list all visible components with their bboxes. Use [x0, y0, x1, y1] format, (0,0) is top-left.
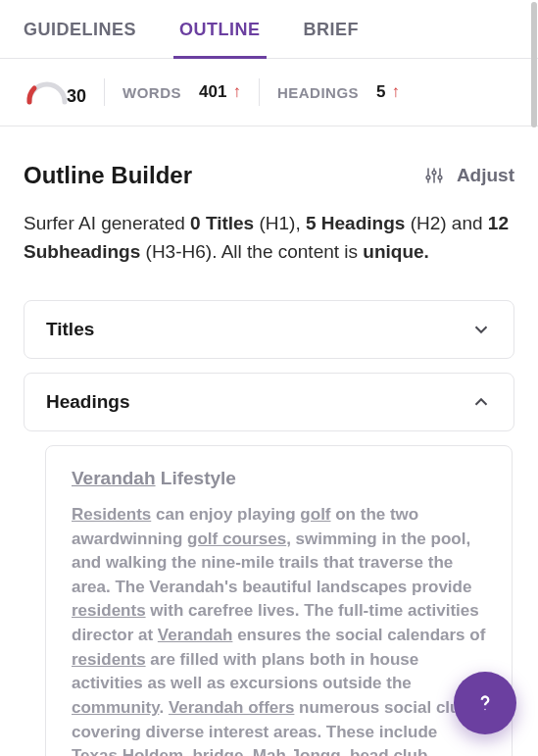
tab-brief[interactable]: BRIEF — [304, 10, 360, 58]
accordion-headings-header[interactable]: Headings — [24, 374, 514, 430]
header-row: Outline Builder Adjust — [24, 162, 514, 189]
summary-pre: Surfer AI generated — [24, 213, 190, 233]
card-title: Verandah Lifestyle — [72, 468, 486, 489]
adjust-button[interactable]: Adjust — [425, 165, 514, 186]
chevron-down-icon — [470, 319, 492, 340]
kw: golf — [300, 505, 330, 524]
accordion-headings-label: Headings — [46, 391, 130, 413]
svg-point-3 — [426, 176, 430, 179]
words-value: 401 ↑ — [199, 82, 241, 102]
question-icon — [472, 690, 498, 716]
tab-guidelines[interactable]: GUIDELINES — [24, 10, 136, 58]
svg-point-4 — [432, 171, 436, 175]
accordion-titles-header[interactable]: Titles — [24, 301, 514, 358]
divider — [259, 78, 260, 106]
summary-t3: (H3-H6). All the content is — [140, 241, 363, 262]
main-content: Outline Builder Adjust Surfer AI generat… — [0, 126, 538, 756]
tabs-bar: GUIDELINES OUTLINE BRIEF — [0, 0, 538, 59]
card-body: Residents can enjoy playing golf on the … — [72, 503, 486, 756]
svg-point-5 — [438, 176, 442, 179]
words-label: WORDS — [122, 84, 181, 101]
kw: residents — [72, 601, 146, 620]
divider — [104, 78, 105, 106]
headings-number: 5 — [376, 82, 385, 102]
svg-point-6 — [484, 709, 485, 710]
card-title-rest: Lifestyle — [156, 468, 236, 488]
heading-card[interactable]: Verandah Lifestyle Residents can enjoy p… — [45, 445, 513, 756]
card-title-link: Verandah — [72, 468, 156, 488]
kw: Residents — [72, 505, 151, 524]
kw: Verandah offers — [169, 698, 295, 717]
summary-headings-count: 5 Headings — [306, 213, 405, 233]
kw: Verandah — [158, 626, 233, 644]
score-value: 30 — [67, 86, 86, 107]
accordion-titles-label: Titles — [46, 319, 94, 340]
summary-t1: (H1), — [254, 213, 306, 233]
headings-value: 5 ↑ — [376, 82, 400, 102]
summary-unique: unique. — [363, 241, 429, 262]
kw: community — [72, 698, 159, 717]
words-number: 401 — [199, 82, 226, 102]
summary-text: Surfer AI generated 0 Titles (H1), 5 Hea… — [24, 209, 514, 267]
arrow-up-icon: ↑ — [232, 82, 241, 102]
txt: can enjoy playing — [151, 505, 300, 524]
page-title: Outline Builder — [24, 162, 192, 189]
kw: residents — [72, 650, 146, 669]
headings-label: HEADINGS — [277, 84, 359, 101]
scrollbar[interactable] — [530, 0, 538, 756]
gauge-icon — [24, 76, 71, 108]
help-button[interactable] — [454, 672, 516, 734]
txt: ensures the social calendars of — [232, 626, 485, 644]
summary-titles-count: 0 Titles — [190, 213, 254, 233]
kw: golf courses — [187, 529, 286, 548]
tab-outline[interactable]: OUTLINE — [179, 10, 261, 58]
stats-bar: 30 WORDS 401 ↑ HEADINGS 5 ↑ — [0, 59, 538, 126]
accordion-headings: Headings — [24, 373, 514, 431]
scrollbar-thumb[interactable] — [531, 2, 537, 127]
adjust-label: Adjust — [457, 165, 514, 186]
sliders-icon — [425, 167, 443, 184]
summary-t2: (H2) and — [405, 213, 487, 233]
arrow-up-icon: ↑ — [392, 82, 401, 102]
score-gauge: 30 — [24, 76, 86, 108]
accordion-titles: Titles — [24, 300, 514, 359]
txt: . — [159, 698, 168, 717]
chevron-up-icon — [470, 391, 492, 413]
